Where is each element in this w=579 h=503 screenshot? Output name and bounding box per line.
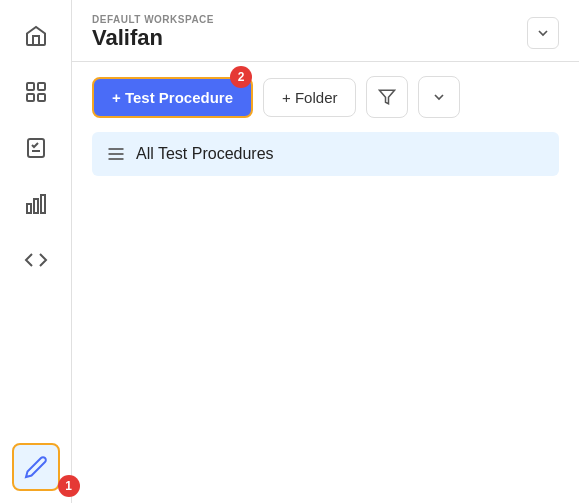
all-procedures-item[interactable]: All Test Procedures (92, 132, 559, 176)
sidebar-item-test[interactable]: 1 (12, 443, 60, 491)
add-folder-button[interactable]: + Folder (263, 78, 356, 117)
sidebar-item-components[interactable] (12, 68, 60, 116)
svg-rect-0 (27, 83, 34, 90)
list-menu-icon (106, 144, 126, 164)
sidebar: 1 (0, 0, 72, 503)
header: DEFAULT WORKSPACE Valifan (72, 0, 579, 62)
badge-2: 2 (230, 66, 252, 88)
sidebar-item-code[interactable] (12, 236, 60, 284)
filter-button[interactable] (366, 76, 408, 118)
components-icon (24, 80, 48, 104)
add-procedure-button[interactable]: + Test Procedure (92, 77, 253, 118)
workspace-name: Valifan (92, 25, 214, 51)
sidebar-item-home[interactable] (12, 12, 60, 60)
svg-rect-3 (38, 94, 45, 101)
main-content: DEFAULT WORKSPACE Valifan 2 + Test Proce… (72, 0, 579, 503)
svg-rect-6 (27, 204, 31, 213)
more-options-button[interactable] (418, 76, 460, 118)
svg-rect-1 (38, 83, 45, 90)
chevron-down-icon (535, 25, 551, 41)
svg-rect-7 (34, 199, 38, 213)
sidebar-item-checklist[interactable] (12, 124, 60, 172)
pencil-icon (24, 455, 48, 479)
svg-rect-2 (27, 94, 34, 101)
svg-rect-4 (28, 139, 44, 157)
svg-rect-8 (41, 195, 45, 213)
toolbar: 2 + Test Procedure + Folder (72, 62, 579, 132)
sidebar-item-chart[interactable] (12, 180, 60, 228)
filter-icon (378, 88, 396, 106)
workspace-chevron-button[interactable] (527, 17, 559, 49)
chart-icon (24, 192, 48, 216)
all-procedures-label: All Test Procedures (136, 145, 274, 163)
list-area: All Test Procedures (72, 132, 579, 176)
svg-marker-9 (380, 90, 395, 104)
checklist-icon (24, 136, 48, 160)
workspace-label: DEFAULT WORKSPACE (92, 14, 214, 25)
chevron-down-more-icon (431, 89, 447, 105)
header-left: DEFAULT WORKSPACE Valifan (92, 14, 214, 51)
code-icon (24, 248, 48, 272)
home-icon (24, 24, 48, 48)
badge-1: 1 (58, 475, 80, 497)
